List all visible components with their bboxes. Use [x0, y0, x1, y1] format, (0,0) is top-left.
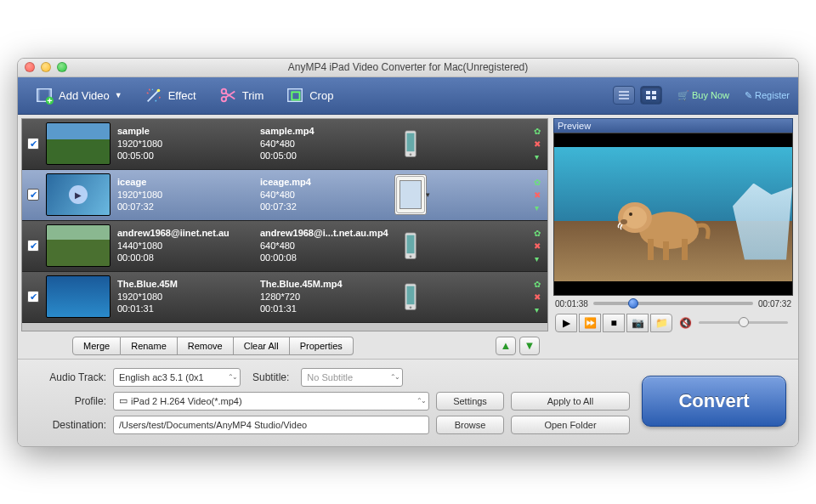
move-up-button[interactable]: ▲ — [496, 337, 516, 355]
source-info: iceage1920*108000:07:32 — [117, 176, 253, 214]
convert-button[interactable]: Convert — [642, 376, 786, 427]
row-settings-icon[interactable]: ✿ — [531, 279, 542, 290]
audio-track-select[interactable]: English ac3 5.1 (0x1 — [113, 368, 241, 387]
preview-video[interactable] — [553, 133, 793, 296]
play-button[interactable]: ▶ — [555, 314, 577, 332]
svg-point-24 — [623, 207, 647, 229]
list-view-button[interactable] — [613, 86, 635, 105]
file-row[interactable]: ✔sample1920*108000:05:00sample.mp4640*48… — [22, 119, 547, 170]
file-row[interactable]: ✔The.Blue.45M1920*108000:01:31The.Blue.4… — [22, 272, 547, 323]
move-down-button[interactable]: ▼ — [519, 337, 540, 355]
row-settings-icon[interactable]: ✿ — [531, 228, 542, 239]
trim-label: Trim — [242, 89, 264, 102]
titlebar: AnyMP4 iPad Video Converter for Mac(Unre… — [18, 59, 798, 77]
merge-button[interactable]: Merge — [72, 337, 121, 355]
device-phone-icon — [394, 225, 427, 266]
output-info: andrew1968@i...t.net.au.mp4640*48000:00:… — [260, 227, 388, 265]
buy-now-link[interactable]: 🛒Buy Now — [677, 90, 729, 101]
properties-button[interactable]: Properties — [290, 337, 354, 355]
browse-button[interactable]: Browse — [436, 416, 504, 434]
row-remove-icon[interactable]: ✖ — [531, 139, 542, 150]
apply-to-all-button[interactable]: Apply to All — [511, 392, 630, 411]
output-form: Audio Track: English ac3 5.1 (0x1 Subtit… — [30, 368, 630, 434]
stop-button[interactable]: ■ — [603, 314, 625, 332]
chevron-down-icon: ▼ — [115, 91, 122, 99]
audio-track-label: Audio Track: — [30, 371, 106, 383]
thumbnail — [46, 275, 110, 318]
svg-rect-10 — [652, 91, 656, 94]
content-area: ✔sample1920*108000:05:00sample.mp4640*48… — [18, 115, 798, 359]
current-time: 00:01:38 — [555, 299, 588, 309]
output-info: sample.mp4640*48000:05:00 — [260, 125, 388, 163]
output-info: iceage.mp4640*48000:07:32 — [260, 176, 388, 214]
file-row[interactable]: ✔▶iceage1920*108000:07:32iceage.mp4640*4… — [22, 170, 547, 221]
snapshot-button[interactable]: 📷 — [626, 314, 649, 332]
row-remove-icon[interactable]: ✖ — [531, 292, 542, 303]
row-settings-icon[interactable]: ✿ — [531, 126, 542, 137]
device-phone-icon — [394, 276, 427, 317]
rename-button[interactable]: Rename — [121, 337, 178, 355]
svg-point-29 — [620, 219, 627, 224]
row-expand-icon[interactable]: ▾ — [531, 202, 542, 213]
open-snapshot-folder-button[interactable]: 📁 — [650, 314, 672, 332]
thumbnail — [46, 122, 110, 165]
crop-button[interactable]: Crop — [277, 81, 342, 110]
row-checkbox[interactable]: ✔ — [27, 291, 39, 303]
open-folder-button[interactable]: Open Folder — [511, 416, 630, 434]
register-link[interactable]: ✎Register — [745, 90, 790, 101]
thumbnail: ▶ — [46, 173, 110, 216]
film-plus-icon — [35, 86, 54, 105]
row-expand-icon[interactable]: ▾ — [531, 304, 542, 315]
total-time: 00:07:32 — [758, 299, 791, 309]
device-ipad-icon[interactable] — [394, 174, 427, 215]
row-controls: ✿✖▾ — [531, 177, 542, 213]
subtitle-select[interactable]: No Subtitle — [301, 368, 403, 387]
row-settings-icon[interactable]: ✿ — [531, 177, 542, 188]
seek-slider[interactable] — [593, 302, 753, 305]
svg-point-15 — [410, 153, 412, 156]
fast-forward-button[interactable]: ⏩ — [579, 314, 601, 332]
file-list: ✔sample1920*108000:05:00sample.mp4640*48… — [21, 118, 548, 331]
row-controls: ✿✖▾ — [531, 126, 542, 162]
file-row[interactable]: ✔andrew1968@iinet.net.au1440*108000:00:0… — [22, 221, 547, 272]
wand-icon — [144, 86, 163, 105]
svg-rect-26 — [663, 241, 669, 260]
row-expand-icon[interactable]: ▾ — [531, 151, 542, 162]
row-remove-icon[interactable]: ✖ — [531, 241, 542, 252]
list-icon — [618, 90, 630, 100]
crop-icon — [286, 86, 304, 105]
clear-all-button[interactable]: Clear All — [234, 337, 290, 355]
profile-label: Profile: — [30, 395, 106, 407]
add-video-button[interactable]: Add Video ▼ — [26, 81, 131, 110]
svg-point-21 — [410, 306, 412, 309]
app-window: AnyMP4 iPad Video Converter for Mac(Unre… — [17, 58, 799, 447]
grid-view-button[interactable] — [640, 86, 662, 105]
svg-rect-1 — [37, 89, 40, 102]
preview-frame-art — [605, 192, 716, 264]
svg-rect-17 — [407, 235, 415, 253]
list-actions: Merge Rename Remove Clear All Properties… — [72, 337, 548, 355]
svg-point-28 — [629, 212, 632, 216]
row-checkbox[interactable]: ✔ — [27, 189, 39, 201]
destination-input[interactable]: /Users/test/Documents/AnyMP4 Studio/Vide… — [113, 416, 429, 434]
file-list-pane: ✔sample1920*108000:05:00sample.mp4640*48… — [18, 115, 552, 359]
source-info: sample1920*108000:05:00 — [117, 125, 253, 163]
svg-rect-25 — [648, 239, 654, 260]
settings-panel: Audio Track: English ac3 5.1 (0x1 Subtit… — [18, 359, 798, 446]
row-expand-icon[interactable]: ▾ — [531, 253, 542, 264]
settings-button[interactable]: Settings — [436, 392, 504, 411]
trim-button[interactable]: Trim — [210, 81, 273, 110]
main-toolbar: Add Video ▼ Effect Trim Crop 🛒Buy Now ✎R… — [18, 77, 798, 115]
row-controls: ✿✖▾ — [531, 279, 542, 315]
row-checkbox[interactable]: ✔ — [27, 138, 39, 150]
row-remove-icon[interactable]: ✖ — [531, 190, 542, 201]
remove-button[interactable]: Remove — [178, 337, 234, 355]
effect-button[interactable]: Effect — [136, 81, 205, 110]
source-info: andrew1968@iinet.net.au1440*108000:00:08 — [117, 227, 253, 265]
row-checkbox[interactable]: ✔ — [27, 240, 39, 252]
device-phone-icon — [394, 123, 427, 164]
svg-rect-9 — [646, 91, 650, 94]
row-controls: ✿✖▾ — [531, 228, 542, 264]
profile-select[interactable]: ▭iPad 2 H.264 Video(*.mp4) — [113, 392, 429, 411]
volume-slider[interactable] — [699, 321, 788, 324]
